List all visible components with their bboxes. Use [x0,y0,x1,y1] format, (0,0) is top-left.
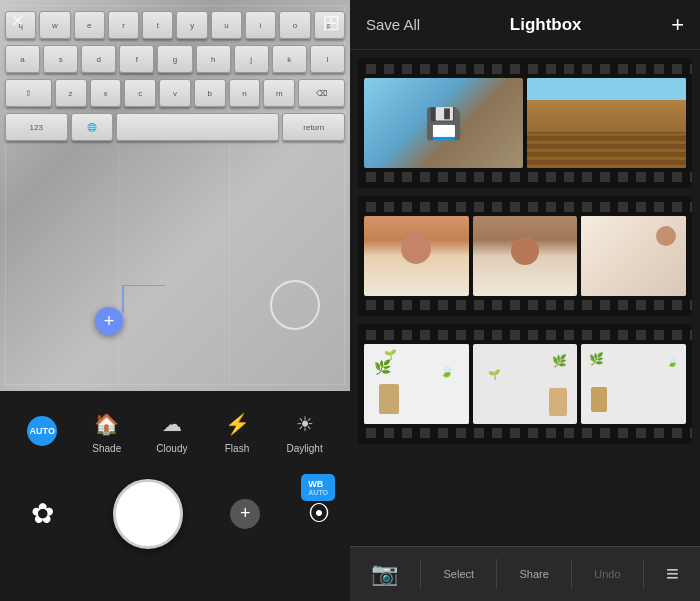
camera-toolbar: AUTO WB AUTO 🏠 Shade ☁ Cloudy [0,391,350,601]
film-photos-row-3: 🌿 🌱 🍃 🌿 🌱 🌿 [358,340,692,428]
camera-icon: 📷 [371,561,398,587]
key: x [90,79,122,107]
key: o [279,11,310,39]
flower-icon: ✿ [31,497,54,530]
divider [643,559,644,589]
key: r [108,11,139,39]
shade-label: Shade [92,443,121,454]
key: j [234,45,269,73]
focus-line [95,285,165,325]
cloudy-icon: ☁ [157,409,187,439]
select-label: Select [444,568,475,580]
plus-icon: + [240,503,251,524]
lightbox-grid[interactable]: 🌿 🌱 🍃 🌿 🌱 🌿 [350,50,700,546]
wb-button[interactable]: WB AUTO [301,474,335,501]
film-strip-3: 🌿 🌱 🍃 🌿 🌱 🌿 [358,324,692,444]
camera-viewfinder[interactable]: q w e r t y u i o p a s d f g h j k l [0,0,350,390]
divider [571,559,572,589]
shutter-button[interactable] [113,479,183,549]
share-label: Share [519,568,548,580]
key: 123 [5,113,68,141]
camera-panel: q w e r t y u i o p a s d f g h j k l [0,0,350,601]
key: w [39,11,70,39]
wb-label: WB [308,479,323,489]
key: ⌫ [298,79,345,107]
undo-bottom-item[interactable]: Undo [594,568,620,580]
key: c [124,79,156,107]
daylight-icon: ☀ [290,409,320,439]
flash-label: Flash [225,443,249,454]
film-strip-1 [358,58,692,188]
lightbox-panel: Save All Lightbox + [350,0,700,601]
divider [496,559,497,589]
add-lightbox-button[interactable]: + [671,12,684,38]
cloudy-label: Cloudy [156,443,187,454]
key: ⇧ [5,79,52,107]
wb-options-row: AUTO WB AUTO 🏠 Shade ☁ Cloudy [0,391,350,471]
auto-icon: AUTO [27,416,57,446]
flash-icon: ⚡ [222,409,252,439]
key [116,113,280,141]
filter-button[interactable]: ✿ [20,491,65,536]
key: v [159,79,191,107]
key: f [119,45,154,73]
key: k [272,45,307,73]
key: h [196,45,231,73]
wb-auto-option[interactable]: AUTO [27,416,57,446]
key: i [245,11,276,39]
divider [420,559,421,589]
photo-wall1[interactable]: 🌿 🌱 🍃 [364,344,469,424]
key: z [55,79,87,107]
lightbox-bottom-bar: 📷 Select Share Undo ≡ [350,546,700,601]
photo-wall2[interactable]: 🌿 🌱 [473,344,578,424]
key: y [176,11,207,39]
photo-girl3[interactable] [581,216,686,296]
camera-bottom-item[interactable]: 📷 [371,561,398,587]
key: e [74,11,105,39]
film-strip-2 [358,196,692,316]
menu-bottom-item[interactable]: ≡ [666,561,679,587]
film-photos-row-1 [358,74,692,172]
lightbox-title: Lightbox [510,15,582,35]
lightbox-header: Save All Lightbox + [350,0,700,50]
undo-label: Undo [594,568,620,580]
close-icon[interactable]: ✕ [10,10,25,32]
key: d [81,45,116,73]
photo-rooftop[interactable] [527,78,686,168]
add-button[interactable]: + [230,499,260,529]
key: 🌐 [71,113,113,141]
key: s [43,45,78,73]
bars-icon: ⦿ [308,501,330,526]
key: n [229,79,261,107]
keyboard-bg: q w e r t y u i o p a s d f g h j k l [0,0,350,390]
key: m [263,79,295,107]
photo-girl2[interactable] [473,216,578,296]
photo-wall3[interactable]: 🌿 🍃 [581,344,686,424]
save-all-button[interactable]: Save All [366,16,420,33]
photo-sdcard[interactable] [364,78,523,168]
key: a [5,45,40,73]
wb-cloudy-option[interactable]: ☁ Cloudy [156,409,187,454]
key: u [211,11,242,39]
key: return [282,113,345,141]
key: t [142,11,173,39]
share-bottom-item[interactable]: Share [519,568,548,580]
histogram-button[interactable]: ⦿ [308,501,330,527]
daylight-label: Daylight [287,443,323,454]
wb-daylight-option[interactable]: ☀ Daylight [287,409,323,454]
wb-flash-option[interactable]: ⚡ Flash [222,409,252,454]
wb-shade-option[interactable]: 🏠 Shade [92,409,122,454]
photo-girl1[interactable] [364,216,469,296]
key: l [310,45,345,73]
key: b [194,79,226,107]
select-bottom-item[interactable]: Select [444,568,475,580]
focus-circle [270,280,320,330]
film-photos-row-2 [358,212,692,300]
key: g [157,45,192,73]
menu-icon: ≡ [666,561,679,587]
grid-icon[interactable]: ⊞ [322,10,340,36]
shade-icon: 🏠 [92,409,122,439]
camera-action-bar: ✿ + ⦿ [0,471,350,556]
